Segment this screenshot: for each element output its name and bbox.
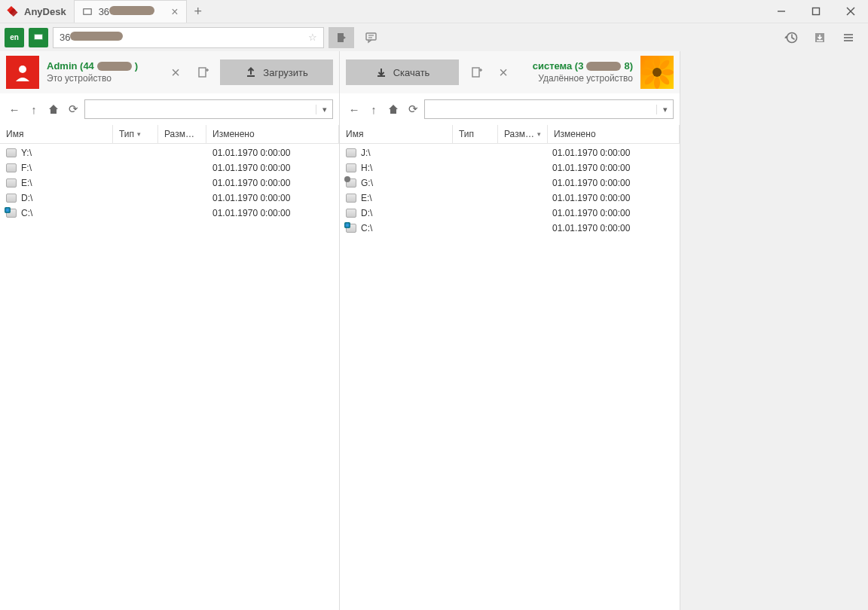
local-file-panel: Имя Тип▾ Разм… Изменено Y:\01.01.1970 0:… xyxy=(0,125,340,610)
sort-indicator-icon: ▾ xyxy=(137,130,141,138)
toolbar: en 36 ☆ xyxy=(0,23,868,51)
col-modified[interactable]: Изменено xyxy=(206,125,339,143)
drive-name: E:\ xyxy=(21,178,32,188)
drive-row[interactable]: G:\01.01.1970 0:00:00 xyxy=(340,175,680,191)
remote-nav: ← ↑ ⟳ ▾ xyxy=(340,93,680,125)
history-icon[interactable] xyxy=(782,29,800,47)
drive-row[interactable]: J:\01.01.1970 0:00:00 xyxy=(340,145,680,160)
refresh-icon[interactable]: ⟳ xyxy=(405,101,421,117)
app-name: AnyDesk xyxy=(23,0,71,23)
drive-modified: 01.01.1970 0:00:00 xyxy=(546,223,680,233)
up-icon[interactable]: ↑ xyxy=(26,101,42,117)
chat-icon[interactable] xyxy=(359,27,384,48)
drive-modified: 01.01.1970 0:00:00 xyxy=(546,193,680,203)
drive-name: F:\ xyxy=(21,163,32,173)
close-remote-panel-icon[interactable]: × xyxy=(494,63,513,82)
drive-modified: 01.01.1970 0:00:00 xyxy=(206,148,339,158)
remote-device-title: система (38) xyxy=(533,60,633,73)
drive-row[interactable]: E:\01.01.1970 0:00:00 xyxy=(0,175,339,191)
drive-modified: 01.01.1970 0:00:00 xyxy=(206,178,339,188)
up-icon[interactable]: ↑ xyxy=(365,101,382,117)
download-label: Скачать xyxy=(393,67,430,78)
drive-row[interactable]: C:\01.01.1970 0:00:00 xyxy=(340,221,680,236)
refresh-icon[interactable]: ⟳ xyxy=(65,101,81,117)
drive-icon xyxy=(346,224,356,233)
drive-row[interactable]: E:\01.01.1970 0:00:00 xyxy=(340,191,680,206)
chevron-down-icon[interactable]: ▾ xyxy=(316,105,332,114)
svg-rect-5 xyxy=(813,8,820,15)
local-nav: ← ↑ ⟳ ▾ xyxy=(0,93,340,125)
download-button[interactable]: Скачать xyxy=(346,59,459,85)
install-icon[interactable] xyxy=(811,29,829,47)
local-avatar-icon xyxy=(6,56,39,89)
col-type[interactable]: Тип▾ xyxy=(113,125,158,143)
drive-row[interactable]: Y:\01.01.1970 0:00:00 xyxy=(0,145,339,160)
close-tab-icon[interactable]: × xyxy=(171,6,178,18)
drive-modified: 01.01.1970 0:00:00 xyxy=(546,148,680,158)
close-window-button[interactable] xyxy=(833,0,868,23)
svg-rect-11 xyxy=(366,33,376,40)
file-transfer-icon[interactable] xyxy=(329,27,354,48)
session-tab[interactable]: 36 × xyxy=(74,0,187,23)
home-icon[interactable] xyxy=(45,101,62,117)
redacted-text xyxy=(109,6,154,15)
remote-path-input[interactable]: ▾ xyxy=(424,99,674,119)
drive-row[interactable]: D:\01.01.1970 0:00:00 xyxy=(0,191,339,206)
new-folder-local-icon[interactable] xyxy=(193,63,212,82)
session-tab-icon xyxy=(82,7,93,17)
back-icon[interactable]: ← xyxy=(346,101,362,117)
drive-name: H:\ xyxy=(361,163,372,173)
drive-icon xyxy=(346,209,356,218)
col-name[interactable]: Имя xyxy=(340,125,453,143)
drive-name: E:\ xyxy=(361,193,372,203)
col-size[interactable]: Разм…▾ xyxy=(498,125,548,143)
local-device-title: Admin (44) xyxy=(47,60,138,73)
drive-name: C:\ xyxy=(361,223,372,233)
drive-row[interactable]: C:\01.01.1970 0:00:00 xyxy=(0,206,339,221)
svg-rect-9 xyxy=(35,35,42,39)
close-local-panel-icon[interactable]: × xyxy=(166,63,185,82)
drive-modified: 01.01.1970 0:00:00 xyxy=(546,178,680,188)
svg-rect-3 xyxy=(84,9,90,14)
drive-name: D:\ xyxy=(21,193,32,203)
col-size[interactable]: Разм… xyxy=(158,125,206,143)
drive-row[interactable]: H:\01.01.1970 0:00:00 xyxy=(340,160,680,175)
lang-indicator-icon[interactable]: en xyxy=(5,28,24,47)
monitor-indicator-icon[interactable] xyxy=(29,28,48,47)
svg-rect-26 xyxy=(472,68,479,77)
drive-icon xyxy=(346,194,356,203)
menu-icon[interactable] xyxy=(839,29,857,47)
drive-row[interactable]: D:\01.01.1970 0:00:00 xyxy=(340,206,680,221)
col-modified[interactable]: Изменено xyxy=(548,125,680,143)
new-tab-button[interactable]: + xyxy=(187,0,209,23)
toolbar-right xyxy=(782,29,863,47)
redacted-text xyxy=(586,62,621,71)
remote-file-panel: Имя Тип Разм…▾ Изменено J:\01.01.1970 0:… xyxy=(340,125,680,610)
device-headers: Admin (44) Это устройство × Загрузить Ск… xyxy=(0,51,868,93)
home-icon[interactable] xyxy=(385,101,402,117)
maximize-button[interactable] xyxy=(799,0,833,23)
drive-row[interactable]: F:\01.01.1970 0:00:00 xyxy=(0,160,339,175)
remote-device-header: Скачать × система (38) Удалённое устройс… xyxy=(340,51,680,93)
favorite-icon[interactable]: ☆ xyxy=(308,32,317,43)
back-icon[interactable]: ← xyxy=(6,101,23,117)
local-device-subtitle: Это устройство xyxy=(47,73,138,85)
redacted-text xyxy=(97,62,132,71)
chevron-down-icon[interactable]: ▾ xyxy=(656,105,673,114)
address-input[interactable]: 36 ☆ xyxy=(53,27,324,48)
file-panels: Имя Тип▾ Разм… Изменено Y:\01.01.1970 0:… xyxy=(0,125,868,610)
drive-name: J:\ xyxy=(361,148,371,158)
col-name[interactable]: Имя xyxy=(0,125,113,143)
svg-point-20 xyxy=(19,66,26,73)
upload-button[interactable]: Загрузить xyxy=(220,59,333,85)
svg-point-31 xyxy=(654,77,660,89)
svg-rect-21 xyxy=(199,68,206,77)
col-type[interactable]: Тип xyxy=(453,125,498,143)
upload-icon xyxy=(245,66,257,78)
local-columns: Имя Тип▾ Разм… Изменено xyxy=(0,125,339,144)
svg-point-30 xyxy=(654,56,660,68)
download-icon xyxy=(375,66,387,78)
new-folder-remote-icon[interactable] xyxy=(466,63,486,82)
local-path-input[interactable]: ▾ xyxy=(84,99,333,119)
minimize-button[interactable] xyxy=(764,0,799,23)
